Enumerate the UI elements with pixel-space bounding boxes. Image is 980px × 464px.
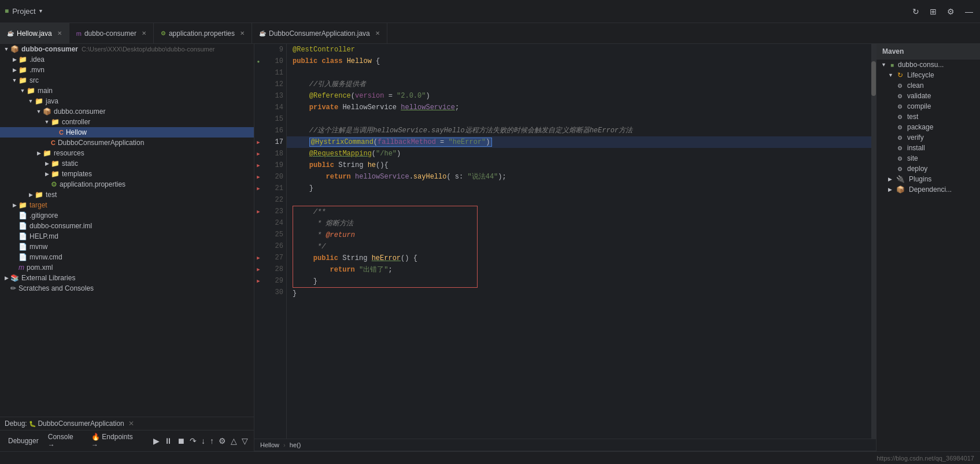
maven-item-clean[interactable]: ⚙ clean [877, 80, 980, 91]
layout-icon[interactable]: ⊞ [927, 6, 939, 17]
vertical-scrollbar[interactable] [871, 44, 876, 439]
down-arrow-btn[interactable]: ▽ [241, 435, 249, 447]
code-content[interactable]: @RestController public class Hellow { //… [287, 44, 871, 439]
maven-item-test[interactable]: ⚙ test [877, 112, 980, 122]
tree-item-java[interactable]: ▼ 📁 java [0, 96, 254, 106]
maven-item-site[interactable]: ⚙ site [877, 153, 980, 164]
tree-label: templates [62, 170, 92, 178]
tree-item-main[interactable]: ▼ 📁 main [0, 86, 254, 96]
maven-item-dependencies[interactable]: ▶ 📦 Dependenci... [877, 184, 980, 195]
maven-label: Maven [882, 47, 904, 55]
code-line-30: } [287, 288, 871, 299]
maven-item-lifecycle-header[interactable]: ▼ ↻ Lifecycle [877, 70, 980, 80]
settings-debug-btn[interactable]: ⚙ [217, 435, 227, 447]
tree-label: .mvn [29, 66, 45, 74]
step-over-btn[interactable]: ↷ [188, 435, 198, 447]
project-label[interactable]: Project [12, 7, 35, 16]
debug-app-name[interactable]: DubboConsumerApplication [38, 420, 124, 428]
folder-icon: 📦 [10, 45, 19, 53]
linenum-25: 25 [262, 229, 287, 240]
maven-gear-icon: ⚙ [897, 114, 903, 120]
maven-item-plugins[interactable]: ▶ 🔌 Plugins [877, 174, 980, 184]
tree-item-hellow[interactable]: C Hellow [0, 127, 254, 138]
tab-close-icon3[interactable]: ✕ [240, 30, 245, 36]
tree-item-mvnw[interactable]: 📄 mvnw [0, 242, 254, 252]
tree-item-static[interactable]: ▶ 📁 static [0, 158, 254, 169]
gutter-19: ▶ [254, 159, 262, 171]
tab-hellow-java[interactable]: ☕ Hellow.java ✕ [0, 23, 69, 43]
scrollbar-thumb[interactable] [871, 61, 876, 96]
arrow-icon: ▶ [10, 67, 19, 73]
tab-application-properties[interactable]: ⚙ application.properties ✕ [154, 23, 252, 43]
folder-icon: 📁 [43, 149, 51, 157]
top-bar: ■ Project ▼ ↻ ⊞ ⚙ — [0, 0, 980, 23]
minimize-icon[interactable]: — [963, 6, 975, 17]
maven-item-root[interactable]: ▼ ■ dubbo-consu... [877, 60, 980, 70]
tree-item-test[interactable]: ▶ 📁 test [0, 190, 254, 200]
tab-dubbo-app-label: DubboConsumerApplication.java [269, 29, 370, 38]
tree-item-scratches[interactable]: ✏ Scratches and Consoles [0, 283, 254, 294]
breadcrumb-hellow[interactable]: Hellow [260, 441, 279, 448]
main-layout: ▼ 📦 dubbo-consumer C:\Users\XXX\Desktop\… [0, 44, 980, 451]
maven-item-deploy[interactable]: ⚙ deploy [877, 164, 980, 174]
sync-icon[interactable]: ↻ [910, 6, 922, 17]
tree-label: pom.xml [27, 263, 53, 272]
settings-icon[interactable]: ⚙ [945, 6, 957, 17]
maven-item-verify[interactable]: ⚙ verify [877, 132, 980, 143]
maven-item-compile[interactable]: ⚙ compile [877, 101, 980, 112]
tab-close-icon[interactable]: ✕ [57, 30, 62, 36]
console-tab[interactable]: Console → [45, 432, 86, 450]
maven-item-package[interactable]: ⚙ package [877, 122, 980, 132]
tree-item-resources[interactable]: ▶ 📁 resources [0, 148, 254, 158]
tree-item-app-props[interactable]: ⚙ application.properties [0, 179, 254, 190]
arrow-icon: ▼ [35, 109, 43, 114]
tab-close-icon4[interactable]: ✕ [375, 30, 380, 36]
tree-item-templates[interactable]: ▶ 📁 templates [0, 169, 254, 179]
maven-plugins-label: Plugins [909, 175, 931, 183]
tab-dubbo-consumer[interactable]: m dubbo-consumer ✕ [69, 23, 154, 43]
endpoints-tab[interactable]: 🔥 Endpoints → [88, 432, 145, 450]
stop-btn[interactable]: ⏹ [176, 435, 186, 447]
code-line-20: return hellowService.sayHello( s: "说法44"… [287, 171, 871, 183]
folder-icon: 📁 [51, 118, 60, 126]
debugger-tab[interactable]: Debugger [5, 436, 42, 446]
tree-item-dubbo-consumer-app[interactable]: C DubboConsumerApplication [0, 138, 254, 148]
tab-dubbo-consumer-application[interactable]: ☕ DubboConsumerApplication.java ✕ [252, 23, 387, 43]
tab-close-icon2[interactable]: ✕ [142, 30, 146, 36]
breadcrumb-he[interactable]: he() [290, 441, 301, 448]
up-arrow-btn[interactable]: △ [230, 435, 238, 447]
maven-item-label: deploy [907, 165, 927, 173]
tree-item-pom[interactable]: m pom.xml [0, 262, 254, 273]
folder-icon: 📁 [19, 66, 27, 74]
folder-icon: 📁 [51, 159, 60, 168]
maven-item-install[interactable]: ⚙ install [877, 143, 980, 153]
folder-icon: 📁 [19, 76, 27, 84]
debug-close-icon[interactable]: ✕ [128, 420, 134, 428]
tree-item-external-libs[interactable]: ▶ 📚 External Libraries [0, 273, 254, 283]
chevron-down-icon[interactable]: ▼ [39, 9, 42, 14]
tree-item-mvnw-cmd[interactable]: 📄 mvnw.cmd [0, 252, 254, 262]
gutter-13 [254, 90, 262, 102]
tree-item-dubbo-package[interactable]: ▼ 📦 dubbo.consumer [0, 106, 254, 117]
breadcrumb-sep: › [283, 441, 286, 448]
tree-item-target[interactable]: ▶ 📁 target [0, 200, 254, 210]
file-icon: 📄 [19, 211, 27, 220]
code-line-18: @RequestMapping("/he") [287, 148, 871, 159]
tree-item-src[interactable]: ▼ 📁 src [0, 75, 254, 86]
tree-item-mvn[interactable]: ▶ 📁 .mvn [0, 65, 254, 75]
code-line-17: @HystrixCommand(fallbackMethod = "heErro… [287, 136, 871, 148]
tree-item-iml[interactable]: 📄 dubbo-consumer.iml [0, 221, 254, 231]
folder-icon: 📁 [27, 87, 35, 95]
tree-item-help[interactable]: 📄 HELP.md [0, 231, 254, 242]
tree-item-idea[interactable]: ▶ 📁 .idea [0, 54, 254, 65]
line-num-row-19: ▶ 19 [254, 159, 287, 171]
tree-item-gitignore[interactable]: 📄 .gitignore [0, 210, 254, 221]
tree-item-controller[interactable]: ▼ 📁 controller [0, 117, 254, 127]
pause-btn[interactable]: ⏸ [163, 435, 173, 447]
resume-btn[interactable]: ▶ [152, 435, 161, 447]
maven-item-validate[interactable]: ⚙ validate [877, 91, 980, 101]
code-line-26: */ [293, 241, 477, 253]
tree-item-dubbo-consumer[interactable]: ▼ 📦 dubbo-consumer C:\Users\XXX\Desktop\… [0, 44, 254, 54]
step-into-btn[interactable]: ↓ [200, 435, 206, 447]
step-out-btn[interactable]: ↑ [209, 435, 215, 447]
